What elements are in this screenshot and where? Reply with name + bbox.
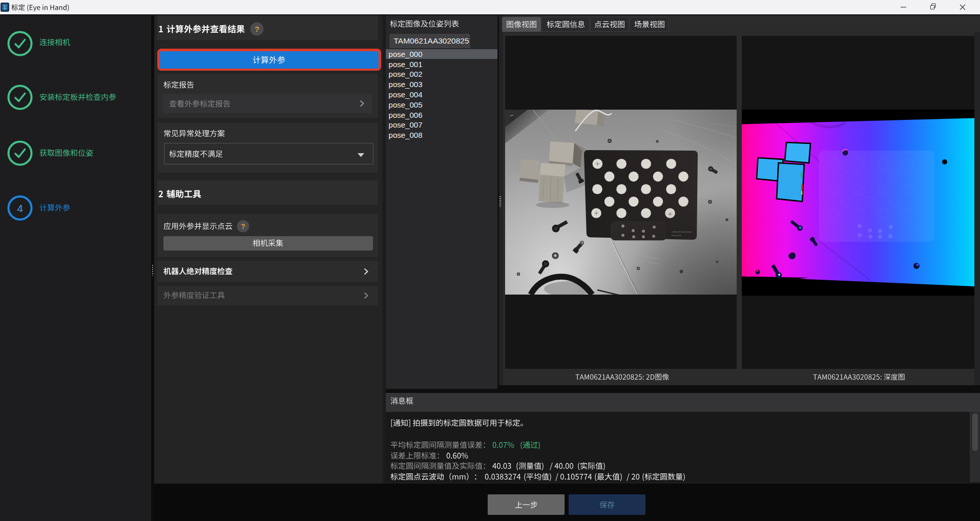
svg-text:4: 4 bbox=[17, 202, 23, 214]
svg-text:?: ? bbox=[255, 25, 259, 33]
svg-text:?: ? bbox=[241, 222, 245, 231]
